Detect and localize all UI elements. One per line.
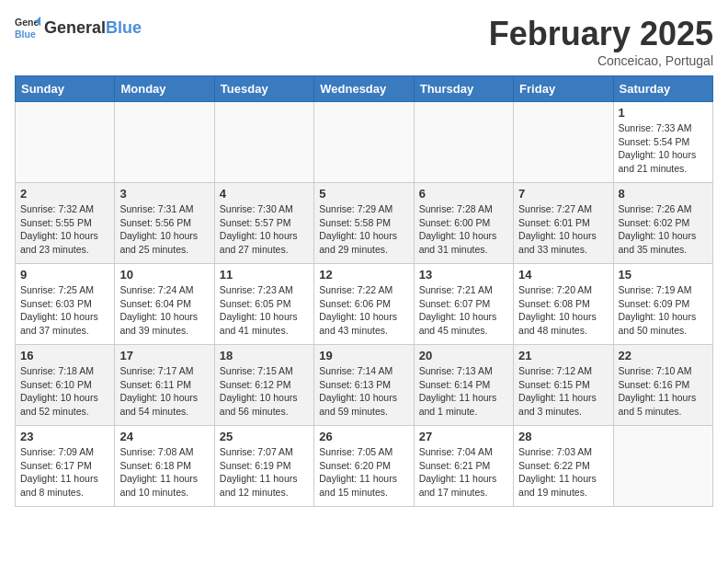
calendar-header-row: SundayMondayTuesdayWednesdayThursdayFrid… [16,76,713,102]
calendar-cell: 25Sunrise: 7:07 AM Sunset: 6:19 PM Dayli… [214,426,313,507]
day-number: 11 [220,268,309,282]
day-info: Sunrise: 7:18 AM Sunset: 6:10 PM Dayligh… [20,364,109,419]
day-info: Sunrise: 7:08 AM Sunset: 6:18 PM Dayligh… [119,445,209,500]
calendar-cell: 5Sunrise: 7:29 AM Sunset: 5:58 PM Daylig… [314,183,414,264]
calendar-table: SundayMondayTuesdayWednesdayThursdayFrid… [15,75,713,507]
day-info: Sunrise: 7:22 AM Sunset: 6:06 PM Dayligh… [319,283,408,338]
day-number: 17 [119,349,209,362]
month-title: February 2025 [489,15,713,53]
day-info: Sunrise: 7:17 AM Sunset: 6:11 PM Dayligh… [119,364,209,419]
day-number: 14 [518,268,608,282]
calendar-cell [115,102,214,183]
day-info: Sunrise: 7:15 AM Sunset: 6:12 PM Dayligh… [220,364,309,419]
day-info: Sunrise: 7:33 AM Sunset: 5:54 PM Dayligh… [619,121,708,176]
day-info: Sunrise: 7:28 AM Sunset: 6:00 PM Dayligh… [419,202,508,257]
day-number: 24 [119,430,209,443]
day-number: 6 [419,187,508,201]
day-number: 13 [419,268,508,282]
header-sunday: Sunday [16,76,115,102]
day-info: Sunrise: 7:23 AM Sunset: 6:05 PM Dayligh… [220,283,309,338]
calendar-cell: 1Sunrise: 7:33 AM Sunset: 5:54 PM Daylig… [613,102,712,183]
day-number: 16 [20,349,109,362]
day-number: 9 [20,268,109,282]
week-row-3: 9Sunrise: 7:25 AM Sunset: 6:03 PM Daylig… [16,264,713,345]
day-number: 10 [119,268,209,282]
calendar-cell: 13Sunrise: 7:21 AM Sunset: 6:07 PM Dayli… [414,264,513,345]
day-info: Sunrise: 7:05 AM Sunset: 6:20 PM Dayligh… [319,445,408,500]
calendar-cell: 20Sunrise: 7:13 AM Sunset: 6:14 PM Dayli… [414,345,513,426]
calendar-cell: 7Sunrise: 7:27 AM Sunset: 6:01 PM Daylig… [514,183,613,264]
calendar-cell [314,102,414,183]
day-number: 25 [220,430,309,443]
calendar-cell: 24Sunrise: 7:08 AM Sunset: 6:18 PM Dayli… [115,426,214,507]
day-info: Sunrise: 7:13 AM Sunset: 6:14 PM Dayligh… [419,364,508,419]
calendar-cell: 19Sunrise: 7:14 AM Sunset: 6:13 PM Dayli… [314,345,414,426]
calendar-cell [514,102,613,183]
calendar-cell: 3Sunrise: 7:31 AM Sunset: 5:56 PM Daylig… [115,183,214,264]
day-number: 3 [119,187,209,201]
svg-text:Blue: Blue [15,29,36,40]
day-number: 19 [319,349,408,362]
day-number: 4 [220,187,309,201]
day-info: Sunrise: 7:31 AM Sunset: 5:56 PM Dayligh… [119,202,209,257]
day-info: Sunrise: 7:07 AM Sunset: 6:19 PM Dayligh… [220,445,309,500]
calendar-cell: 6Sunrise: 7:28 AM Sunset: 6:00 PM Daylig… [414,183,513,264]
day-number: 5 [319,187,408,201]
calendar-cell: 22Sunrise: 7:10 AM Sunset: 6:16 PM Dayli… [613,345,712,426]
day-info: Sunrise: 7:27 AM Sunset: 6:01 PM Dayligh… [518,202,608,257]
day-info: Sunrise: 7:03 AM Sunset: 6:22 PM Dayligh… [518,445,608,500]
calendar-cell [613,426,712,507]
calendar-cell [214,102,313,183]
logo: General Blue GeneralBlue [15,15,142,40]
calendar-cell: 27Sunrise: 7:04 AM Sunset: 6:21 PM Dayli… [414,426,513,507]
calendar-cell: 14Sunrise: 7:20 AM Sunset: 6:08 PM Dayli… [514,264,613,345]
day-number: 28 [518,430,608,443]
day-number: 1 [619,106,708,120]
calendar-cell: 2Sunrise: 7:32 AM Sunset: 5:55 PM Daylig… [16,183,115,264]
day-info: Sunrise: 7:04 AM Sunset: 6:21 PM Dayligh… [419,445,508,500]
location-subtitle: Conceicao, Portugal [489,53,713,68]
day-info: Sunrise: 7:30 AM Sunset: 5:57 PM Dayligh… [220,202,309,257]
calendar-cell: 9Sunrise: 7:25 AM Sunset: 6:03 PM Daylig… [16,264,115,345]
calendar-cell: 12Sunrise: 7:22 AM Sunset: 6:06 PM Dayli… [314,264,414,345]
week-row-5: 23Sunrise: 7:09 AM Sunset: 6:17 PM Dayli… [16,426,713,507]
day-number: 27 [419,430,508,443]
calendar-cell [414,102,513,183]
logo-text: GeneralBlue [44,18,142,38]
calendar-cell: 11Sunrise: 7:23 AM Sunset: 6:05 PM Dayli… [214,264,313,345]
day-info: Sunrise: 7:20 AM Sunset: 6:08 PM Dayligh… [518,283,608,338]
day-number: 26 [319,430,408,443]
title-block: February 2025 Conceicao, Portugal [489,15,713,68]
day-number: 8 [619,187,708,201]
day-info: Sunrise: 7:14 AM Sunset: 6:13 PM Dayligh… [319,364,408,419]
day-info: Sunrise: 7:19 AM Sunset: 6:09 PM Dayligh… [619,283,708,338]
calendar-cell: 16Sunrise: 7:18 AM Sunset: 6:10 PM Dayli… [16,345,115,426]
day-info: Sunrise: 7:09 AM Sunset: 6:17 PM Dayligh… [20,445,109,500]
day-number: 12 [319,268,408,282]
calendar-cell: 17Sunrise: 7:17 AM Sunset: 6:11 PM Dayli… [115,345,214,426]
day-info: Sunrise: 7:32 AM Sunset: 5:55 PM Dayligh… [20,202,109,257]
calendar-cell: 10Sunrise: 7:24 AM Sunset: 6:04 PM Dayli… [115,264,214,345]
day-info: Sunrise: 7:12 AM Sunset: 6:15 PM Dayligh… [518,364,608,419]
day-info: Sunrise: 7:26 AM Sunset: 6:02 PM Dayligh… [619,202,708,257]
calendar-cell [16,102,115,183]
calendar-cell: 21Sunrise: 7:12 AM Sunset: 6:15 PM Dayli… [514,345,613,426]
day-info: Sunrise: 7:21 AM Sunset: 6:07 PM Dayligh… [419,283,508,338]
week-row-1: 1Sunrise: 7:33 AM Sunset: 5:54 PM Daylig… [16,102,713,183]
day-number: 20 [419,349,508,362]
week-row-4: 16Sunrise: 7:18 AM Sunset: 6:10 PM Dayli… [16,345,713,426]
day-number: 22 [619,349,708,362]
page-header: General Blue GeneralBlue February 2025 C… [15,15,713,68]
calendar-cell: 23Sunrise: 7:09 AM Sunset: 6:17 PM Dayli… [16,426,115,507]
header-friday: Friday [514,76,613,102]
day-number: 18 [220,349,309,362]
calendar-cell: 4Sunrise: 7:30 AM Sunset: 5:57 PM Daylig… [214,183,313,264]
calendar-cell: 8Sunrise: 7:26 AM Sunset: 6:02 PM Daylig… [613,183,712,264]
day-info: Sunrise: 7:10 AM Sunset: 6:16 PM Dayligh… [619,364,708,419]
calendar-cell: 15Sunrise: 7:19 AM Sunset: 6:09 PM Dayli… [613,264,712,345]
header-thursday: Thursday [414,76,513,102]
day-info: Sunrise: 7:29 AM Sunset: 5:58 PM Dayligh… [319,202,408,257]
day-number: 7 [518,187,608,201]
svg-text:General: General [15,17,40,28]
day-number: 21 [518,349,608,362]
